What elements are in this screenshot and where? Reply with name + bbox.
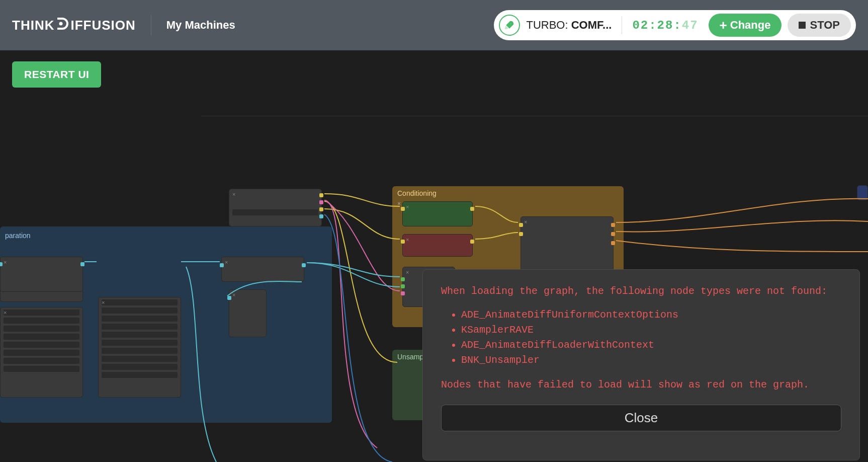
port[interactable] [519,232,523,236]
port[interactable] [0,262,3,266]
error-missing-nodes-list: ADE_AnimateDiffUniformContextOptions KSa… [461,308,841,367]
nav-my-machines[interactable]: My Machines [166,19,235,32]
graph-node[interactable]: × [0,307,83,398]
logo-text-2: IFFUSION [70,18,135,33]
header-bar: THINK IFFUSION My Machines TURBO: COMF..… [0,0,868,50]
canvas-border [201,116,868,117]
port[interactable] [302,263,306,267]
machine-name-bold: COMF... [571,19,612,31]
port[interactable] [80,262,84,266]
logo-text-1: THINK [12,18,54,33]
missing-node-item: BNK_Unsampler [461,353,841,367]
status-pill: TURBO: COMF... 02:28:47 + Change STOP [494,10,856,40]
graph-node[interactable] [857,185,868,200]
svg-point-0 [59,22,63,25]
close-icon[interactable]: × [524,219,527,225]
change-label: Change [730,19,771,32]
error-message-line1: When loading the graph, the following no… [441,284,841,299]
close-icon[interactable]: × [4,310,7,316]
missing-node-item: ADE_AnimateDiffUniformContextOptions [461,308,841,322]
error-modal: When loading the graph, the following no… [422,269,860,460]
port[interactable] [319,193,323,197]
graph-node[interactable]: × [402,234,473,257]
stop-label: STOP [810,19,840,32]
group-unsample-title: Unsamp [397,353,423,361]
pill-separator [622,16,622,34]
port[interactable] [227,296,231,300]
close-icon[interactable]: × [232,191,235,197]
port[interactable] [401,277,405,281]
port[interactable] [401,291,405,295]
stop-square-icon [799,22,806,29]
logo[interactable]: THINK IFFUSION [12,17,136,34]
graph-node[interactable]: × [520,216,614,274]
node-canvas[interactable]: paration Conditioning × Unsamp × × × × ×… [0,50,868,462]
stop-button[interactable]: STOP [788,14,851,37]
group-conditioning-title: Conditioning [397,189,437,197]
close-icon[interactable]: × [102,299,105,305]
plus-icon: + [720,18,727,33]
close-icon[interactable]: × [4,259,7,265]
close-icon[interactable]: × [406,237,409,243]
close-icon[interactable]: × [406,204,409,210]
port[interactable] [401,284,405,288]
close-icon[interactable]: × [397,200,401,207]
restart-ui-button[interactable]: RESTART UI [12,61,101,88]
close-icon[interactable]: × [232,292,235,298]
graph-node[interactable]: × [0,257,83,292]
change-button[interactable]: + Change [709,14,782,37]
port[interactable] [319,214,323,218]
graph-node[interactable]: × [229,189,322,226]
graph-node[interactable]: × [229,289,267,337]
port[interactable] [401,240,405,244]
missing-node-item: ADE_AnimateDiffLoaderWithContext [461,338,841,352]
close-icon[interactable]: × [406,269,409,275]
port[interactable] [470,207,474,211]
header-divider [151,15,151,35]
port[interactable] [611,223,615,227]
logo-d-icon [55,17,69,34]
error-message-line2: Nodes that have failed to load will show… [441,377,841,393]
close-icon[interactable]: × [225,259,228,265]
port[interactable] [319,207,323,211]
missing-node-item: KSamplerRAVE [461,323,841,337]
rocket-icon[interactable] [499,15,520,36]
port[interactable] [401,207,405,211]
machine-name[interactable]: TURBO: COMF... [526,19,616,32]
graph-node[interactable]: × [98,297,181,398]
timer: 02:28:47 [628,19,702,32]
port[interactable] [519,223,523,227]
timer-seconds: 47 [682,19,699,32]
close-button[interactable]: Close [441,405,841,431]
timer-main: 02:28: [632,19,681,32]
graph-node[interactable]: × [221,257,304,282]
port[interactable] [611,241,615,245]
port[interactable] [319,200,323,204]
machine-prefix: TURBO: [526,19,571,31]
port[interactable] [470,240,474,244]
group-preparation-title: paration [5,232,31,240]
port[interactable] [220,263,224,267]
port[interactable] [611,232,615,236]
graph-node[interactable]: × [402,201,473,226]
svg-point-1 [510,23,512,25]
